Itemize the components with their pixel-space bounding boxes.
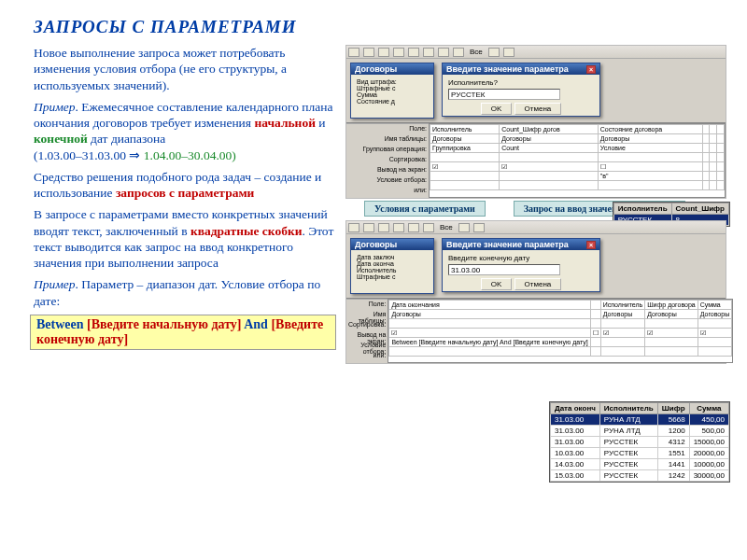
ok-button[interactable]: OK (481, 278, 513, 290)
dialog-label: Введите конечную дату (448, 254, 594, 262)
toolbar-icon[interactable] (503, 48, 514, 57)
toolbar-icon[interactable] (348, 48, 359, 57)
toolbar-icon[interactable] (378, 223, 389, 232)
access-toolbar: Все (346, 46, 726, 59)
screenshot-upper: Все Договоры Вид штрафа:Штрафные сСуммаС… (345, 45, 726, 199)
toolbar-icon[interactable] (473, 223, 485, 232)
toolbar-icon[interactable] (378, 48, 389, 57)
dialog-label: Исполнитель? (448, 78, 594, 87)
toolbar-icon[interactable] (393, 48, 404, 57)
toolbar-icon[interactable] (363, 223, 374, 232)
toolbar-icon[interactable] (408, 223, 419, 232)
parameter-dialog: Введите значение параметра× Исполнитель?… (442, 63, 600, 117)
toolbar-icon[interactable] (488, 48, 500, 57)
caption-left: Условия с параметрами (364, 201, 486, 217)
example-label: Пример (34, 100, 76, 114)
screenshot-lower: Все Договоры Дата заключДата окончаИспол… (345, 220, 726, 364)
parameter-input[interactable] (448, 89, 560, 100)
cancel-button[interactable]: Отмена (514, 103, 562, 115)
toolbar-icon[interactable] (458, 223, 470, 232)
toolbar-icon[interactable] (438, 48, 449, 57)
result-table-lower: Дата окончИсполнительШифрСумма31.03.00РУ… (549, 401, 730, 483)
ok-button[interactable]: OK (481, 103, 513, 115)
parameter-dialog: Введите значение параметра× Введите коне… (442, 238, 600, 292)
parameter-input[interactable] (448, 264, 560, 275)
para-example2: Пример. Параметр – диапазон дат. Условие… (34, 276, 336, 309)
para-brackets: В запросе с параметрами вместо конкретны… (34, 206, 336, 271)
between-expression: Between [Введите начальную дату] And [Вв… (30, 315, 336, 350)
access-toolbar: Все (346, 221, 726, 234)
screenshots-column: Все Договоры Вид штрафа:Штрафные сСуммаС… (345, 45, 726, 364)
close-icon[interactable]: × (586, 241, 596, 249)
example-label-2: Пример (34, 277, 76, 291)
page-title: ЗАПРОСЫ С ПАРАМЕТРАМИ (34, 17, 726, 37)
para-solution: Средство решения подобного рода задач – … (34, 169, 336, 202)
para-intro: Новое выполнение запроса может потребова… (34, 45, 336, 93)
text-column: Новое выполнение запроса может потребова… (34, 45, 336, 364)
toolbar-icon[interactable] (348, 223, 359, 232)
toolbar-icon[interactable] (453, 48, 464, 57)
para-example1: Пример. Ежемесячное составление календар… (34, 99, 336, 163)
cancel-button[interactable]: Отмена (514, 278, 562, 290)
toolbar-icon[interactable] (363, 48, 374, 57)
tables-pane: Договоры Дата заключДата окончаИсполните… (350, 238, 434, 294)
toolbar-icon[interactable] (408, 48, 419, 57)
toolbar-icon[interactable] (423, 48, 434, 57)
toolbar-icon[interactable] (423, 223, 434, 232)
close-icon[interactable]: × (586, 65, 596, 74)
tables-pane: Договоры Вид штрафа:Штрафные сСуммаСосто… (350, 63, 434, 119)
toolbar-icon[interactable] (393, 223, 404, 232)
